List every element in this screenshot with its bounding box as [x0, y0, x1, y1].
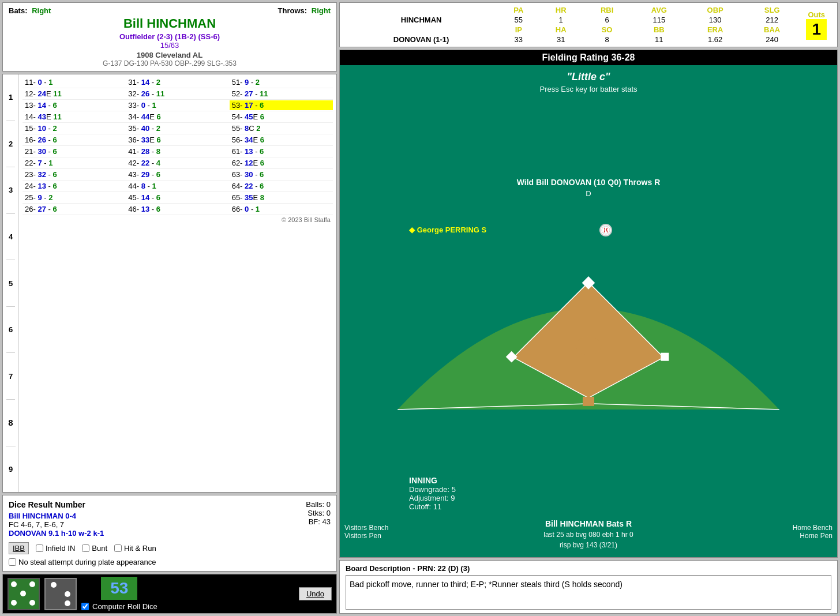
pitcher-d: D: [586, 189, 591, 198]
bats-label: Bats: Right: [9, 6, 51, 15]
roll-cell: 15- 10 - 2: [22, 123, 126, 133]
roll-cell: 42- 22 - 4: [126, 158, 229, 168]
ball: [599, 224, 612, 236]
pitcher-label: Wild Bill DONOVAN (10 Q0) Throws R: [517, 178, 661, 187]
roll-cell: 13- 14 - 6: [22, 100, 126, 110]
press-esc-label: Press Esc key for batter stats: [539, 85, 637, 93]
die-face-2: [44, 578, 77, 610]
field-area: "Little c" Press Esc key for batter stat…: [340, 65, 837, 557]
roll-cell: 14- 43E 11: [22, 112, 126, 122]
dice-pitcher: DONOVAN 9.1 h-10 w-2 k-1: [9, 529, 306, 538]
stats-table: PA HR RBI AVG OBP SLG HINCHMAN 5: [344, 5, 800, 44]
roll-cell: 23- 32 - 6: [22, 170, 126, 179]
roll-cell: 21- 30 - 6: [22, 147, 126, 156]
batter-stats-2: risp bvg 143 (3/21): [560, 541, 617, 549]
stats-line: G-137 DG-130 PA-530 OBP-.299 SLG-.353: [9, 59, 331, 67]
roll-cell: 16- 26 - 6: [22, 135, 126, 145]
fraction-line: 15/63: [9, 41, 331, 50]
year-team: 1908 Cleveland AL: [9, 51, 331, 59]
rolls-grid: 11- 0 - 1 31- 14 - 2 51- 9 - 2 12- 24E 1…: [19, 74, 336, 492]
ibb-button[interactable]: IBB: [9, 542, 29, 554]
undo-button[interactable]: Undo: [299, 587, 332, 600]
board-description-section: Board Description - PRN: 22 (D) (3) Bad …: [339, 560, 838, 614]
roll-cell: 31- 14 - 2: [126, 77, 229, 87]
roll-cell: 34- 44E 6: [126, 112, 229, 122]
home-bench: Home Bench Home Pen: [793, 524, 832, 540]
dice-display: 53 Computer Roll Dice Undo: [2, 574, 337, 614]
roll-cell: 44- 8 - 1: [126, 181, 229, 191]
board-desc-title: Board Description - PRN: 22 (D) (3): [346, 564, 831, 573]
outs-value: 1: [806, 19, 827, 40]
roll-cell: 64- 22 - 6: [230, 181, 333, 191]
no-steal-row[interactable]: No steal attempt during plate appearance: [9, 558, 331, 566]
roll-cell: 66- 0 - 1: [230, 204, 333, 214]
roll-cell: 51- 9 - 2: [230, 77, 333, 87]
svg-rect-9: [661, 353, 669, 361]
infield-in-checkbox[interactable]: Infield IN: [36, 544, 75, 553]
roll-cell: 24- 13 - 6: [22, 181, 126, 191]
roll-cell: 32- 26 - 11: [126, 89, 229, 99]
dice-title: Dice Result Number: [9, 500, 306, 509]
runner-label: ◆ George PERRING S: [409, 226, 486, 234]
svg-rect-7: [583, 397, 594, 406]
roll-cell: 33- 0 - 1: [126, 100, 229, 110]
position-line: Outfielder (2-3) (1B-2) (SS-6): [9, 32, 331, 41]
roll-cell: 11- 0 - 1: [22, 77, 126, 87]
roll-cell: 25- 9 - 2: [22, 193, 126, 202]
roll-cell: 56- 34E 6: [230, 135, 333, 145]
roll-cell-highlighted: 53- 17 - 6: [230, 100, 333, 110]
roll-cell: 36- 33E 6: [126, 135, 229, 145]
batter-stats-1: last 25 ab bvg 080 ebh 1 hr 0: [543, 531, 633, 539]
roll-cell: 45- 14 - 6: [126, 193, 229, 202]
board-desc-text: Bad pickoff move, runner to third; E-P; …: [346, 575, 831, 610]
visitors-bench: Visitors Bench Visitors Pen: [344, 524, 388, 540]
svg-point-0: [576, 337, 601, 355]
little-c-label: "Little c": [567, 71, 610, 83]
outs-display: Outs 1: [800, 5, 832, 44]
die-face-1: [7, 578, 40, 610]
throws-label: Throws: Right: [278, 6, 331, 15]
roll-cell: 43- 29 - 6: [126, 170, 229, 179]
roll-cell: 26- 27 - 6: [22, 204, 126, 214]
roll-cell: 54- 45E 6: [230, 112, 333, 122]
svg-point-11: [602, 226, 610, 234]
roll-cell: 12- 24E 11: [22, 89, 126, 99]
roll-cell: 62- 12E 6: [230, 158, 333, 168]
roll-cell: 22- 7 - 1: [22, 158, 126, 168]
dice-stats: Balls: 0 Stks: 0 BF: 43: [306, 500, 331, 526]
dice-fc: FC 4-6, 7, E-6, 7: [9, 520, 306, 529]
roll-cell: 65- 35E 8: [230, 193, 333, 202]
player-name: Bill HINCHMAN: [9, 16, 331, 31]
computer-roll-row[interactable]: Computer Roll Dice: [81, 602, 158, 611]
dice-player: Bill HINCHMAN 0-4: [9, 512, 306, 520]
roll-cell: 41- 28 - 8: [126, 147, 229, 156]
dice-number: 53: [101, 577, 137, 600]
hit-run-checkbox[interactable]: Hit & Run: [114, 544, 156, 553]
roll-cell: 35- 40 - 2: [126, 123, 229, 133]
inning-box: INNING Downgrade: 5 Adjustment: 9 Cutoff…: [409, 476, 456, 511]
roll-cell: 61- 13 - 6: [230, 147, 333, 156]
row-numbers: 1 2 3 4 5 6 7 8 9: [3, 74, 19, 492]
roll-cell: 55- 8C 2: [230, 123, 333, 133]
batter-label: Bill HINCHMAN Bats R: [545, 519, 632, 528]
roll-cell: 52- 27 - 11: [230, 89, 333, 99]
copyright: © 2023 Bill Staffa: [22, 215, 333, 224]
fielding-rating: Fielding Rating 36-28: [340, 50, 837, 65]
roll-cell: 46- 13 - 6: [126, 204, 229, 214]
roll-cell: 63- 30 - 6: [230, 170, 333, 179]
bunt-checkbox[interactable]: Bunt: [82, 544, 107, 553]
